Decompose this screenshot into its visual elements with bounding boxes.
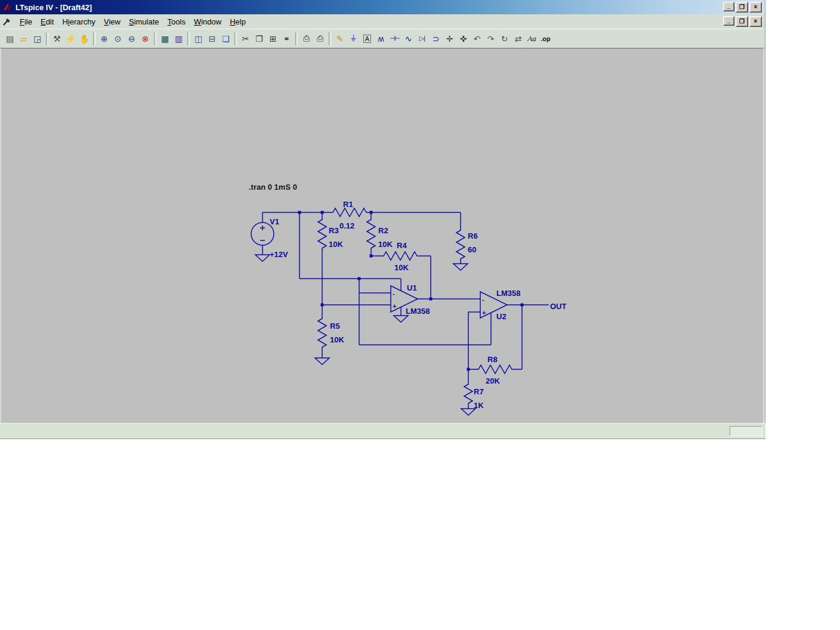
- label-r4-value[interactable]: 10K: [394, 263, 409, 272]
- menu-help[interactable]: Help: [226, 16, 250, 28]
- paste-icon: ⊞: [270, 34, 277, 44]
- move-icon: ✛: [446, 34, 453, 44]
- zoom-back-icon: ⊙: [115, 34, 122, 44]
- toolbar-ground-button[interactable]: ⏚: [347, 32, 360, 46]
- toolbar-diode-button[interactable]: ▷|: [415, 32, 429, 46]
- toolbar-paste-button[interactable]: ⊞: [266, 32, 280, 46]
- label-r2-value[interactable]: 10K: [378, 240, 393, 249]
- toolbar-print-button[interactable]: ⎙: [313, 32, 327, 46]
- toolbar-redo-button[interactable]: ↷: [484, 32, 498, 46]
- component-r7[interactable]: R7 1K: [461, 382, 484, 415]
- label-r6-value[interactable]: 60: [468, 245, 476, 254]
- menu-window[interactable]: Window: [190, 16, 226, 28]
- toolbar-cascade-windows-button[interactable]: ❏: [219, 32, 233, 46]
- component-r8[interactable]: R8 20K: [476, 355, 514, 385]
- label-r8-ref[interactable]: R8: [487, 355, 498, 364]
- label-r3-value[interactable]: 10K: [329, 240, 343, 249]
- restore-button[interactable]: ❐: [736, 2, 748, 13]
- toolbar-copy-button[interactable]: ❐: [252, 32, 266, 46]
- label-r3-ref[interactable]: R3: [329, 226, 339, 235]
- label-r2-ref[interactable]: R2: [378, 226, 388, 235]
- menu-view[interactable]: View: [100, 16, 125, 28]
- wire-icon: ✎: [336, 34, 344, 44]
- toolbar-autorange-y-axis-button[interactable]: ▦: [158, 32, 172, 46]
- component-r2[interactable]: R2 10K: [367, 218, 393, 251]
- toolbar-open-button[interactable]: ▱: [17, 32, 30, 46]
- zoom-full-extents-icon: ⊗: [142, 34, 149, 44]
- spice-directive-text[interactable]: .tran 0 1mS 0: [249, 183, 297, 192]
- toolbar-run-button[interactable]: ⚡: [64, 32, 78, 46]
- label-v1-ref[interactable]: V1: [270, 217, 279, 226]
- label-r4-ref[interactable]: R4: [397, 241, 407, 250]
- menu-file[interactable]: File: [16, 16, 36, 28]
- toolbar-cut-button[interactable]: ✂: [239, 32, 252, 46]
- close-button[interactable]: ×: [749, 2, 762, 13]
- toolbar-resistor-button[interactable]: ʍ: [374, 32, 388, 46]
- component-r5[interactable]: R5 10K: [315, 317, 344, 365]
- toolbar-save-button[interactable]: ◲: [30, 32, 44, 46]
- toolbar-find-button[interactable]: ⚭: [280, 32, 294, 46]
- label-u1-value[interactable]: LM358: [406, 307, 430, 316]
- menu-hierarchy[interactable]: Hierarchy: [58, 16, 100, 28]
- menu-tools[interactable]: Tools: [163, 16, 190, 28]
- toolbar-component-button[interactable]: ⊃: [429, 32, 443, 46]
- component-v1[interactable]: V1 +12V: [251, 217, 288, 261]
- mdi-minimize-button[interactable]: _: [723, 16, 734, 26]
- schematic-area: V1 +12V R1 0.12 R3 10K R2 10K: [1, 48, 763, 424]
- toolbar-new-schematic-button[interactable]: ▤: [3, 32, 17, 46]
- toolbar-label-net-button[interactable]: A: [360, 32, 374, 46]
- minimize-button[interactable]: _: [723, 2, 734, 11]
- menu-edit[interactable]: Edit: [36, 16, 58, 28]
- label-v1-value[interactable]: +12V: [270, 250, 288, 259]
- label-r1-ref[interactable]: R1: [343, 200, 353, 209]
- toolbar-zoom-out-button[interactable]: ⊖: [125, 32, 138, 46]
- schematic-canvas[interactable]: V1 +12V R1 0.12 R3 10K R2 10K: [1, 49, 763, 424]
- toolbar-text-button[interactable]: Aa: [525, 32, 539, 46]
- open-icon: ▱: [20, 34, 27, 44]
- toolbar-wire-button[interactable]: ✎: [333, 32, 347, 46]
- u2-plus-pin: +: [482, 309, 486, 316]
- status-bar: [0, 423, 765, 438]
- label-r6-ref[interactable]: R6: [468, 231, 478, 240]
- label-r7-ref[interactable]: R7: [474, 387, 484, 396]
- component-r6[interactable]: R6 60: [453, 228, 478, 270]
- mdi-restore-button[interactable]: ❐: [736, 16, 748, 27]
- net-label-out[interactable]: OUT: [550, 302, 567, 311]
- label-u1-ref[interactable]: U1: [407, 283, 417, 292]
- label-u2-value[interactable]: LM358: [496, 289, 520, 298]
- toolbar-spice-directive-button[interactable]: .op: [539, 32, 552, 46]
- label-r5-ref[interactable]: R5: [330, 322, 340, 331]
- toolbar-zoom-full-extents-button[interactable]: ⊗: [138, 32, 152, 46]
- toolbar-tile-horizontally-button[interactable]: ⊟: [205, 32, 219, 46]
- toolbar-zoom-back-button[interactable]: ⊙: [111, 32, 125, 46]
- toolbar-zoom-in-button[interactable]: ⊕: [97, 32, 111, 46]
- toolbar-print-preview-button[interactable]: ⎙: [299, 32, 313, 46]
- toolbar-separator: [234, 32, 237, 45]
- label-r5-value[interactable]: 10K: [330, 335, 344, 344]
- label-r7-value[interactable]: 1K: [474, 401, 484, 410]
- toolbar-tile-vertically-button[interactable]: ◫: [192, 32, 205, 46]
- label-r8-value[interactable]: 20K: [486, 376, 500, 385]
- toolbar-undo-button[interactable]: ↶: [470, 32, 484, 46]
- toolbar-inductor-button[interactable]: ∿: [402, 32, 415, 46]
- run-icon: ⚡: [66, 34, 76, 44]
- ground-symbol: [315, 358, 329, 365]
- label-u2-ref[interactable]: U2: [496, 312, 507, 321]
- ground-symbol: [255, 255, 270, 261]
- toolbar-rotate-button[interactable]: ↻: [498, 32, 511, 46]
- toolbar-drag-button[interactable]: ✜: [456, 32, 470, 46]
- mdi-close-button[interactable]: ×: [749, 16, 762, 27]
- toolbar-control-panel-button[interactable]: ⚒: [50, 32, 64, 46]
- component-u1[interactable]: - + U1 LM358: [391, 283, 430, 322]
- window-title: LTspice IV - [Draft42]: [16, 3, 92, 12]
- toolbar-move-button[interactable]: ✛: [443, 32, 456, 46]
- label-r1-value[interactable]: 0.12: [339, 221, 354, 230]
- toolbar-capacitor-button[interactable]: ⊣⊢: [388, 32, 402, 46]
- toolbar-mirror-button[interactable]: ⇄: [511, 32, 525, 46]
- menu-simulate[interactable]: Simulate: [125, 16, 163, 28]
- toolbar-halt-button[interactable]: ✋: [78, 32, 91, 46]
- diode-icon: ▷|: [419, 35, 425, 42]
- toolbar-plot-settings-button[interactable]: ▥: [172, 32, 186, 46]
- zoom-out-icon: ⊖: [128, 34, 135, 44]
- u1-minus-pin: -: [393, 290, 395, 297]
